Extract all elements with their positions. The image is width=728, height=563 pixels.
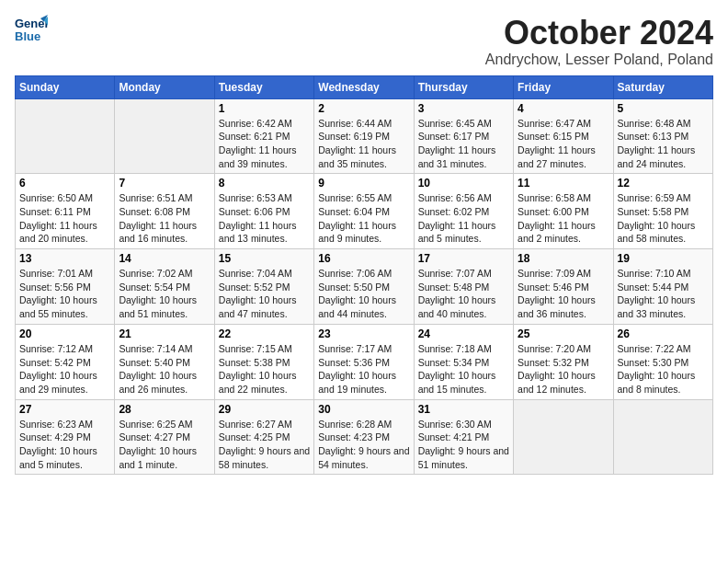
day-cell: 9Sunrise: 6:55 AMSunset: 6:04 PMDaylight… — [314, 174, 414, 249]
day-cell: 2Sunrise: 6:44 AMSunset: 6:19 PMDaylight… — [314, 98, 414, 174]
day-info: Sunrise: 6:25 AMSunset: 4:27 PMDaylight:… — [119, 418, 210, 472]
day-info: Sunrise: 7:17 AMSunset: 5:36 PMDaylight:… — [318, 342, 409, 396]
day-number: 26 — [618, 327, 709, 340]
day-cell: 25Sunrise: 7:20 AMSunset: 5:32 PMDayligh… — [514, 324, 613, 399]
logo-icon: General Blue — [15, 15, 48, 44]
day-info: Sunrise: 6:27 AMSunset: 4:25 PMDaylight:… — [219, 418, 310, 472]
day-info: Sunrise: 6:50 AMSunset: 6:11 PMDaylight:… — [19, 191, 110, 246]
day-cell: 16Sunrise: 7:06 AMSunset: 5:50 PMDayligh… — [314, 249, 414, 325]
week-row-3: 13Sunrise: 7:01 AMSunset: 5:56 PMDayligh… — [16, 249, 713, 325]
col-header-saturday: Saturday — [613, 75, 712, 98]
day-info: Sunrise: 7:04 AMSunset: 5:52 PMDaylight:… — [219, 267, 310, 321]
day-cell: 26Sunrise: 7:22 AMSunset: 5:30 PMDayligh… — [613, 324, 712, 399]
col-header-friday: Friday — [514, 75, 613, 98]
day-cell: 3Sunrise: 6:45 AMSunset: 6:17 PMDaylight… — [414, 98, 513, 174]
day-cell: 17Sunrise: 7:07 AMSunset: 5:48 PMDayligh… — [414, 249, 513, 325]
day-info: Sunrise: 6:28 AMSunset: 4:23 PMDaylight:… — [318, 418, 409, 472]
day-number: 2 — [318, 102, 409, 115]
day-number: 17 — [418, 252, 509, 265]
day-number: 8 — [219, 177, 310, 190]
day-info: Sunrise: 7:09 AMSunset: 5:46 PMDaylight:… — [518, 267, 609, 321]
day-cell: 8Sunrise: 6:53 AMSunset: 6:06 PMDaylight… — [214, 174, 313, 249]
day-cell: 24Sunrise: 7:18 AMSunset: 5:34 PMDayligh… — [414, 324, 513, 399]
day-cell: 19Sunrise: 7:10 AMSunset: 5:44 PMDayligh… — [613, 249, 712, 325]
day-info: Sunrise: 7:12 AMSunset: 5:42 PMDaylight:… — [19, 342, 110, 396]
day-info: Sunrise: 6:48 AMSunset: 6:13 PMDaylight:… — [618, 117, 709, 171]
day-cell: 31Sunrise: 6:30 AMSunset: 4:21 PMDayligh… — [414, 399, 513, 475]
day-info: Sunrise: 6:53 AMSunset: 6:06 PMDaylight:… — [219, 191, 310, 246]
day-number: 15 — [219, 252, 310, 265]
day-number: 7 — [119, 177, 210, 190]
col-header-thursday: Thursday — [414, 75, 513, 98]
day-cell: 20Sunrise: 7:12 AMSunset: 5:42 PMDayligh… — [16, 324, 115, 399]
day-info: Sunrise: 7:15 AMSunset: 5:38 PMDaylight:… — [219, 342, 310, 396]
day-cell: 12Sunrise: 6:59 AMSunset: 5:58 PMDayligh… — [613, 174, 712, 249]
day-cell: 1Sunrise: 6:42 AMSunset: 6:21 PMDaylight… — [214, 98, 313, 174]
logo: General Blue — [15, 15, 48, 44]
day-cell: 22Sunrise: 7:15 AMSunset: 5:38 PMDayligh… — [214, 324, 313, 399]
day-cell: 27Sunrise: 6:23 AMSunset: 4:29 PMDayligh… — [16, 399, 115, 475]
day-number: 6 — [19, 177, 110, 190]
day-info: Sunrise: 6:45 AMSunset: 6:17 PMDaylight:… — [418, 117, 509, 171]
col-header-sunday: Sunday — [16, 75, 115, 98]
day-number: 12 — [618, 177, 709, 190]
page-header: General Blue October 2024 Andrychow, Les… — [15, 15, 713, 68]
day-number: 31 — [418, 403, 509, 416]
day-info: Sunrise: 6:55 AMSunset: 6:04 PMDaylight:… — [318, 191, 409, 246]
day-cell: 23Sunrise: 7:17 AMSunset: 5:36 PMDayligh… — [314, 324, 414, 399]
day-number: 11 — [518, 177, 609, 190]
day-info: Sunrise: 7:07 AMSunset: 5:48 PMDaylight:… — [418, 267, 509, 321]
day-number: 14 — [119, 252, 210, 265]
day-number: 18 — [518, 252, 609, 265]
day-info: Sunrise: 6:51 AMSunset: 6:08 PMDaylight:… — [119, 191, 210, 246]
day-info: Sunrise: 7:10 AMSunset: 5:44 PMDaylight:… — [618, 267, 709, 321]
day-cell — [613, 399, 712, 475]
day-number: 23 — [318, 327, 409, 340]
day-info: Sunrise: 7:14 AMSunset: 5:40 PMDaylight:… — [119, 342, 210, 396]
day-info: Sunrise: 7:22 AMSunset: 5:30 PMDaylight:… — [618, 342, 709, 396]
day-cell: 18Sunrise: 7:09 AMSunset: 5:46 PMDayligh… — [514, 249, 613, 325]
day-info: Sunrise: 6:59 AMSunset: 5:58 PMDaylight:… — [618, 191, 709, 246]
day-number: 19 — [618, 252, 709, 265]
day-info: Sunrise: 6:56 AMSunset: 6:02 PMDaylight:… — [418, 191, 509, 246]
day-cell — [16, 98, 115, 174]
day-info: Sunrise: 6:44 AMSunset: 6:19 PMDaylight:… — [318, 117, 409, 171]
day-number: 21 — [119, 327, 210, 340]
col-header-tuesday: Tuesday — [214, 75, 313, 98]
day-cell: 28Sunrise: 6:25 AMSunset: 4:27 PMDayligh… — [115, 399, 214, 475]
day-info: Sunrise: 7:01 AMSunset: 5:56 PMDaylight:… — [19, 267, 110, 321]
day-number: 24 — [418, 327, 509, 340]
day-cell: 7Sunrise: 6:51 AMSunset: 6:08 PMDaylight… — [115, 174, 214, 249]
day-info: Sunrise: 6:58 AMSunset: 6:00 PMDaylight:… — [518, 191, 609, 246]
day-number: 20 — [19, 327, 110, 340]
day-info: Sunrise: 6:42 AMSunset: 6:21 PMDaylight:… — [219, 117, 310, 171]
day-number: 25 — [518, 327, 609, 340]
day-cell — [115, 98, 214, 174]
day-number: 10 — [418, 177, 509, 190]
day-cell: 4Sunrise: 6:47 AMSunset: 6:15 PMDaylight… — [514, 98, 613, 174]
day-info: Sunrise: 7:02 AMSunset: 5:54 PMDaylight:… — [119, 267, 210, 321]
col-header-wednesday: Wednesday — [314, 75, 414, 98]
day-cell: 10Sunrise: 6:56 AMSunset: 6:02 PMDayligh… — [414, 174, 513, 249]
header-row: SundayMondayTuesdayWednesdayThursdayFrid… — [16, 75, 713, 98]
day-number: 13 — [19, 252, 110, 265]
location: Andrychow, Lesser Poland, Poland — [485, 52, 713, 68]
day-cell: 5Sunrise: 6:48 AMSunset: 6:13 PMDaylight… — [613, 98, 712, 174]
week-row-1: 1Sunrise: 6:42 AMSunset: 6:21 PMDaylight… — [16, 98, 713, 174]
calendar-table: SundayMondayTuesdayWednesdayThursdayFrid… — [15, 75, 713, 476]
day-cell: 30Sunrise: 6:28 AMSunset: 4:23 PMDayligh… — [314, 399, 414, 475]
day-cell: 14Sunrise: 7:02 AMSunset: 5:54 PMDayligh… — [115, 249, 214, 325]
day-info: Sunrise: 6:47 AMSunset: 6:15 PMDaylight:… — [518, 117, 609, 171]
day-number: 9 — [318, 177, 409, 190]
day-cell: 21Sunrise: 7:14 AMSunset: 5:40 PMDayligh… — [115, 324, 214, 399]
day-number: 27 — [19, 403, 110, 416]
day-number: 22 — [219, 327, 310, 340]
day-number: 29 — [219, 403, 310, 416]
month-title: October 2024 — [485, 15, 713, 52]
day-cell: 29Sunrise: 6:27 AMSunset: 4:25 PMDayligh… — [214, 399, 313, 475]
day-info: Sunrise: 6:23 AMSunset: 4:29 PMDaylight:… — [19, 418, 110, 472]
title-block: October 2024 Andrychow, Lesser Poland, P… — [485, 15, 713, 68]
svg-text:Blue: Blue — [15, 29, 40, 43]
day-number: 30 — [318, 403, 409, 416]
col-header-monday: Monday — [115, 75, 214, 98]
